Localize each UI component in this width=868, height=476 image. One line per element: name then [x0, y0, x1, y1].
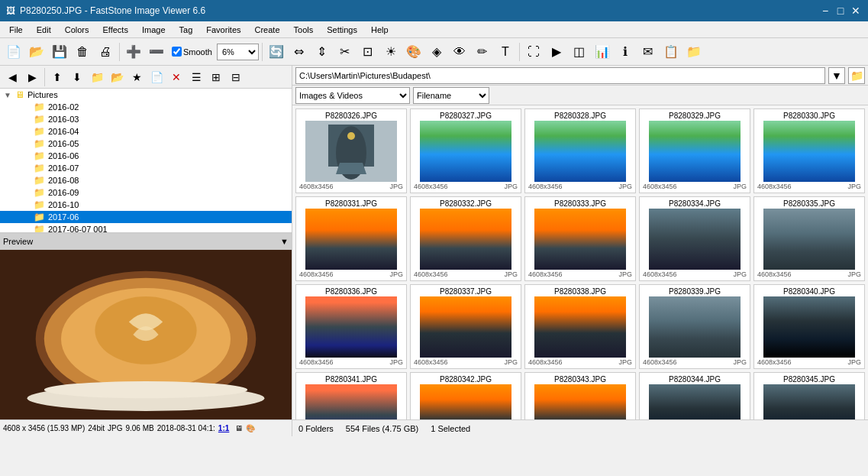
thumbnail-item[interactable]: P8280335.JPG 4608x3456 JPG: [753, 196, 865, 281]
thumbnail-item[interactable]: P8280326.JPG 4608x3456 JPG: [295, 108, 407, 193]
move-button[interactable]: 📁: [683, 41, 705, 63]
smooth-checkbox[interactable]: [172, 47, 182, 57]
red-eye-button[interactable]: 👁: [449, 41, 470, 63]
maximize-button[interactable]: □: [834, 5, 847, 17]
delete-button[interactable]: 🗑: [72, 41, 93, 63]
flip-h-button[interactable]: ⇔: [289, 41, 310, 63]
menu-item-edit[interactable]: Edit: [31, 24, 57, 36]
email-button[interactable]: ✉: [637, 41, 659, 63]
draw-button[interactable]: ✏: [472, 41, 493, 63]
thumbnail-item[interactable]: P8280344.JPG 4608x3456 JPG: [639, 372, 750, 419]
thumbnail-meta: 4608x3456 JPG: [298, 270, 405, 279]
text-button[interactable]: T: [495, 41, 516, 63]
menu-item-favorites[interactable]: Favorites: [200, 24, 247, 36]
sharpen-button[interactable]: ◈: [426, 41, 447, 63]
thumbnail-item[interactable]: P8280343.JPG 4608x3456 JPG: [524, 372, 636, 419]
menu-item-image[interactable]: Image: [136, 24, 172, 36]
download-button[interactable]: ⬇: [68, 68, 86, 86]
title-controls[interactable]: − □ ✕: [819, 5, 862, 17]
address-input[interactable]: [295, 67, 825, 84]
zoom-out-button[interactable]: ➖: [146, 41, 167, 63]
fullscreen-button[interactable]: ⛶: [523, 41, 544, 63]
thumb-grid-button[interactable]: ⊞: [207, 68, 225, 86]
tree-folder-item[interactable]: 📁2016-09: [0, 186, 292, 199]
menu-item-colors[interactable]: Colors: [59, 24, 95, 36]
tree-folder-item[interactable]: 📁2017-06: [0, 211, 292, 223]
forward-button[interactable]: ▶: [23, 68, 41, 86]
thumbnail-item[interactable]: P8280332.JPG 4608x3456 JPG: [410, 196, 521, 281]
thumb-detail-button[interactable]: ⊟: [227, 68, 245, 86]
preview-toggle[interactable]: ▼: [280, 237, 289, 246]
thumb-list-button[interactable]: ☰: [187, 68, 205, 86]
close-button[interactable]: ✕: [850, 5, 862, 17]
tree-folder-item[interactable]: 📁2016-03: [0, 113, 292, 125]
thumbnail-item[interactable]: P8280336.JPG 4608x3456 JPG: [295, 284, 407, 369]
tree-folder-item[interactable]: 📁2016-10: [0, 199, 292, 211]
folder-open-button[interactable]: 📂: [108, 68, 126, 86]
thumbnail-item[interactable]: P8280338.JPG 4608x3456 JPG: [524, 284, 636, 369]
thumbnail-item[interactable]: P8280342.JPG 4608x3456 JPG: [410, 372, 521, 419]
smooth-option[interactable]: Smooth: [172, 47, 212, 57]
menu-item-help[interactable]: Help: [365, 24, 395, 36]
save-button[interactable]: 💾: [49, 41, 70, 63]
address-go-button[interactable]: ▼: [828, 67, 845, 84]
thumbnail-item[interactable]: P8280334.JPG 4608x3456 JPG: [639, 196, 750, 281]
sort-select[interactable]: FilenameDateSizeType: [413, 87, 489, 104]
menu-item-file[interactable]: File: [3, 24, 29, 36]
thumbnail-item[interactable]: P8280328.JPG 4608x3456 JPG: [524, 108, 636, 193]
tree-folder-item[interactable]: 📁2016-05: [0, 138, 292, 150]
thumbnail-item[interactable]: P8280339.JPG 4608x3456 JPG: [639, 284, 750, 369]
menu-item-effects[interactable]: Effects: [97, 24, 134, 36]
tree-root-item[interactable]: ▼ 🖥 Pictures: [0, 89, 292, 101]
slideshow-button[interactable]: ▶: [546, 41, 567, 63]
tree-folder-item[interactable]: 📁2017-06-07 001: [0, 223, 292, 233]
tree-folder-item[interactable]: 📁2016-04: [0, 125, 292, 138]
exif-button[interactable]: ℹ: [615, 41, 636, 63]
crop-button[interactable]: ✂: [334, 41, 356, 63]
brightness-button[interactable]: ☀: [380, 41, 402, 63]
compare-button[interactable]: ◫: [569, 41, 590, 63]
back-button[interactable]: ◀: [3, 68, 21, 86]
print-button[interactable]: 🖨: [95, 41, 116, 63]
tree-folder-item[interactable]: 📁2016-07: [0, 162, 292, 174]
copy-button[interactable]: 📋: [660, 41, 682, 63]
thumbnail-item[interactable]: P8280330.JPG 4608x3456 JPG: [753, 108, 865, 193]
tree-folder-item[interactable]: 📁2016-06: [0, 150, 292, 162]
flip-v-button[interactable]: ⇕: [311, 41, 333, 63]
menu-item-tools[interactable]: Tools: [288, 24, 320, 36]
delete-file-button[interactable]: ✕: [167, 68, 186, 86]
folder-tree[interactable]: ▼ 🖥 Pictures 📁2016-02📁2016-03📁2016-04📁20…: [0, 89, 292, 233]
menu-item-tag[interactable]: Tag: [173, 24, 199, 36]
minimize-button[interactable]: −: [819, 5, 831, 17]
thumbnail-item[interactable]: P8280340.JPG 4608x3456 JPG: [753, 284, 865, 369]
thumbnail-item[interactable]: P8280327.JPG 4608x3456 JPG: [410, 108, 521, 193]
file-copy-button[interactable]: 📄: [147, 68, 166, 86]
thumbnail-item[interactable]: P8280341.JPG 4608x3456 JPG: [295, 372, 407, 419]
thumbnail-item[interactable]: P8280331.JPG 4608x3456 JPG: [295, 196, 407, 281]
upload-button[interactable]: ⬆: [48, 68, 66, 86]
rotate-button[interactable]: 🔄: [266, 41, 287, 63]
file-type-select[interactable]: Images & VideosImagesVideosAll Files: [295, 87, 410, 104]
thumbnail-item[interactable]: P8280333.JPG 4608x3456 JPG: [524, 196, 636, 281]
thumbnail-item[interactable]: P8280345.JPG 4608x3456 JPG: [753, 372, 865, 419]
thumbnail-grid[interactable]: P8280326.JPG 4608x3456 JPG P8280327.JPG …: [292, 105, 868, 419]
color-picker-icon[interactable]: 🎨: [246, 424, 255, 432]
zoom-in-button[interactable]: ➕: [123, 41, 144, 63]
folder-options-button[interactable]: 📁: [848, 67, 865, 84]
resize-button[interactable]: ⊡: [357, 41, 379, 63]
thumb-type: JPG: [504, 183, 518, 190]
tree-folder-item[interactable]: 📁2016-02: [0, 101, 292, 113]
folder-new-button[interactable]: 📁: [88, 68, 106, 86]
thumbnail-item[interactable]: P8280329.JPG 4608x3456 JPG: [639, 108, 750, 193]
color-button[interactable]: 🎨: [403, 41, 424, 63]
tree-folder-item[interactable]: 📁2016-08: [0, 174, 292, 186]
histogram-button[interactable]: 📊: [592, 41, 613, 63]
monitor-icon[interactable]: 🖥: [235, 424, 243, 432]
favorite-button[interactable]: ★: [127, 68, 146, 86]
zoom-select[interactable]: 1%2%4%6%8%10%12%16%25%33%50%75%100%: [217, 44, 259, 60]
new-button[interactable]: 📄: [3, 41, 24, 63]
menu-item-create[interactable]: Create: [249, 24, 286, 36]
menu-item-settings[interactable]: Settings: [321, 24, 363, 36]
thumbnail-item[interactable]: P8280337.JPG 4608x3456 JPG: [410, 284, 521, 369]
open-button[interactable]: 📂: [26, 41, 47, 63]
